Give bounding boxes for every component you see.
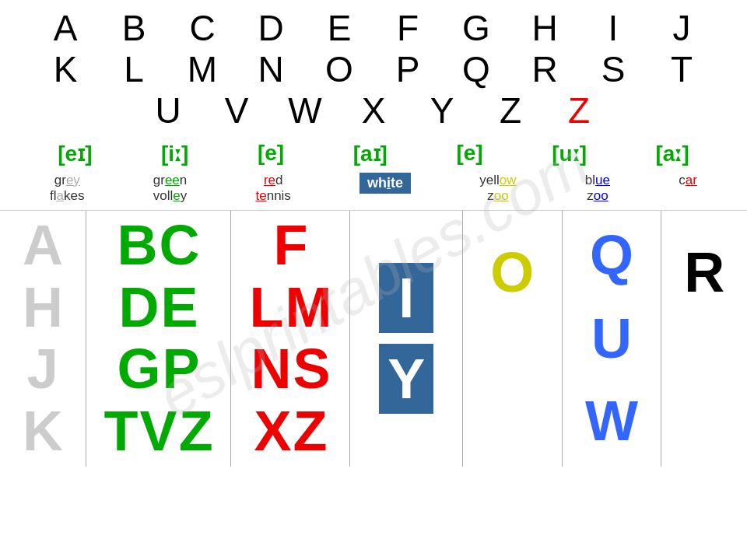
grid-letter-C: C — [160, 215, 200, 276]
letter-R: R — [510, 49, 579, 90]
word-green: green — [153, 173, 188, 188]
col-grey: A H J K — [0, 211, 86, 467]
word-car: car — [679, 173, 697, 188]
letter-Z-red: Z — [545, 90, 613, 131]
alpha-row-2: K L M N O P Q R S T — [0, 49, 747, 90]
alphabet-section: A B C D E F G H I J K L M N O P Q R S T … — [0, 0, 747, 131]
grid-letter-I-box: I — [379, 263, 433, 333]
grid-letter-R-black: R — [684, 242, 724, 303]
col-black: R — [661, 211, 747, 467]
letter-B: B — [100, 8, 168, 49]
letter-S: S — [579, 49, 647, 90]
letter-I: I — [579, 8, 647, 49]
phonetic-ei: [eɪ] — [58, 141, 92, 166]
word-group-grey: grey flakes — [50, 173, 84, 204]
letter-T: T — [647, 49, 716, 90]
grid-letter-Z-red: Z — [293, 401, 327, 462]
bottom-grid: A H J K B C D E G P T V Z F L M — [0, 210, 747, 467]
letter-K: K — [31, 49, 100, 90]
grid-letter-J-grey: J — [27, 338, 58, 400]
grid-letter-Z-green: Z — [179, 401, 213, 462]
word-group-yellow: yellow zoo — [479, 173, 516, 204]
word-flakes: flakes — [50, 188, 84, 204]
word-tennis: tennis — [256, 188, 291, 204]
grid-letter-A-grey: A — [23, 215, 63, 276]
word-group-car: car — [679, 173, 697, 188]
word-group-green: green volley — [153, 173, 188, 204]
letter-X: X — [339, 90, 408, 131]
letter-A: A — [31, 8, 100, 49]
letter-W: W — [271, 90, 339, 131]
grid-letter-X: X — [254, 401, 291, 462]
grid-letter-L: L — [249, 277, 283, 338]
letter-L: L — [100, 49, 168, 90]
letter-Y: Y — [408, 90, 476, 131]
grid-letter-O-yellow: O — [490, 242, 534, 303]
letter-V: V — [202, 90, 271, 131]
phonetic-uu: [uː] — [552, 141, 587, 166]
red-row-4: X Z — [254, 401, 327, 462]
phonetic-aa: [aː] — [655, 141, 689, 166]
green-row-3: G P — [117, 338, 200, 400]
letter-U: U — [134, 90, 202, 131]
grid-letter-S: S — [293, 338, 330, 400]
grid-letter-M: M — [285, 277, 331, 338]
grid-letter-B: B — [117, 215, 158, 276]
grid-letter-K-grey: K — [23, 401, 63, 462]
green-row-1: B C — [117, 215, 200, 276]
letter-P: P — [374, 49, 442, 90]
phonetic-ii: [iː] — [161, 141, 188, 166]
alpha-row-3: U V W X Y Z Z — [0, 90, 747, 131]
grid-letter-E: E — [161, 277, 198, 338]
red-row-1: F — [273, 215, 307, 276]
grid-letter-P: P — [163, 338, 200, 400]
phonetics-row: [eɪ] [iː] [e] [aɪ] [e] [uː] [aː] — [0, 135, 747, 170]
letter-G: G — [442, 8, 510, 49]
col-yellow: O — [463, 211, 563, 467]
grid-letter-D: D — [119, 277, 160, 338]
letter-M: M — [168, 49, 237, 90]
grid-letter-H-grey: H — [23, 277, 63, 338]
letter-N: N — [237, 49, 305, 90]
word-group-blue: blue zoo — [585, 173, 610, 204]
white-box: white — [359, 173, 411, 194]
word-yellow: yellow — [479, 173, 516, 188]
letter-F: F — [374, 8, 442, 49]
col-red: F L M N S X Z — [231, 211, 350, 467]
phonetic-ai: [aɪ] — [353, 141, 388, 166]
grid-letter-F: F — [273, 215, 307, 276]
phonetic-e2: [e] — [456, 141, 482, 166]
word-zoo-yellow: zoo — [487, 188, 508, 204]
grid-letter-U-blue: U — [591, 308, 632, 369]
grid-letter-G: G — [117, 338, 161, 400]
col-green: B C D E G P T V Z — [86, 211, 232, 467]
red-row-2: L M — [249, 277, 331, 338]
grid-letter-T: T — [104, 401, 139, 462]
letter-E: E — [305, 8, 374, 49]
words-section: grey flakes green volley red tennis whit… — [0, 170, 747, 207]
letter-J: J — [647, 8, 716, 49]
word-group-red: red tennis — [256, 173, 291, 204]
grid-letter-Q-blue: Q — [590, 225, 633, 286]
word-volley: volley — [153, 188, 187, 204]
letter-H: H — [510, 8, 579, 49]
grid-letter-W-blue: W — [585, 390, 638, 452]
grid-letter-N: N — [251, 338, 291, 400]
word-grey: grey — [54, 173, 80, 188]
word-blue: blue — [585, 173, 610, 188]
letter-D: D — [237, 8, 305, 49]
green-row-2: D E — [119, 277, 198, 338]
word-red: red — [264, 173, 283, 188]
col-blue: Q U W — [563, 211, 662, 467]
phonetic-e1: [e] — [258, 141, 284, 166]
letter-Z: Z — [476, 90, 545, 131]
letter-O: O — [305, 49, 374, 90]
word-zoo-blue: zoo — [587, 188, 608, 204]
green-row-4: T V Z — [104, 401, 213, 462]
letter-C: C — [168, 8, 237, 49]
grid-letter-Y-box: Y — [379, 344, 433, 414]
red-row-3: N S — [251, 338, 330, 400]
word-group-white: white — [359, 173, 411, 194]
alpha-row-1: A B C D E F G H I J — [0, 8, 747, 49]
col-iy: I Y — [350, 211, 463, 467]
